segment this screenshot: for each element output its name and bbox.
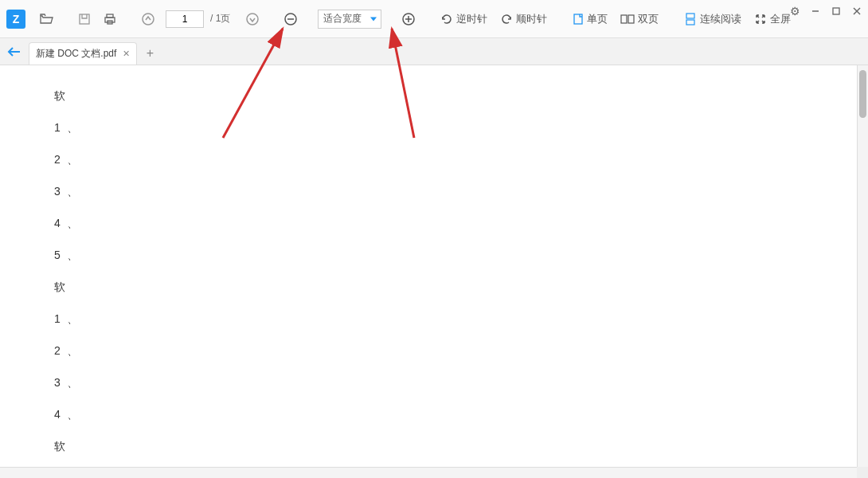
doc-line: 软 (54, 280, 803, 295)
svg-rect-16 (621, 15, 627, 23)
scrollbar-vertical[interactable] (857, 65, 868, 467)
back-button[interactable] (5, 42, 24, 61)
tab-close-icon[interactable]: ✕ (123, 49, 130, 59)
svg-rect-19 (686, 20, 694, 25)
svg-rect-1 (833, 8, 839, 14)
main-toolbar: Z / 1页 适合宽度 逆时针 (0, 0, 868, 38)
tab-add-button[interactable]: + (140, 44, 159, 63)
tab-label: 新建 DOC 文档.pdf (36, 47, 116, 61)
doc-line: 1 、 (54, 121, 803, 135)
doc-line: 软 (54, 89, 803, 104)
minimize-button[interactable] (809, 5, 822, 18)
svg-rect-18 (686, 14, 694, 18)
content-area: 软 1 、 2 、 3 、 4 、 5 、 软 1 、 2 、 3 、 4 、 … (0, 65, 868, 478)
rotate-ccw-button[interactable]: 逆时针 (436, 8, 492, 30)
page-input[interactable] (166, 10, 204, 28)
zoom-out-button[interactable] (280, 8, 302, 30)
rotate-cw-label: 顺时针 (516, 12, 547, 26)
print-button[interactable] (99, 8, 121, 30)
settings-icon[interactable]: ⚙ (788, 5, 801, 18)
next-page-button[interactable] (241, 8, 264, 30)
close-button[interactable] (850, 5, 863, 18)
double-page-label: 双页 (638, 12, 659, 26)
single-page-label: 单页 (587, 12, 608, 26)
single-page-button[interactable]: 单页 (568, 8, 612, 30)
doc-line: 2 、 (54, 153, 803, 167)
app-logo: Z (6, 10, 25, 29)
svg-rect-17 (628, 15, 634, 23)
svg-point-9 (247, 14, 258, 25)
svg-rect-4 (80, 14, 89, 24)
svg-rect-15 (574, 14, 582, 24)
continuous-read-button[interactable]: 连续阅读 (679, 8, 746, 30)
doc-line: 3 、 (54, 376, 803, 390)
doc-line: 4 、 (54, 408, 803, 422)
doc-line: 2 、 (54, 344, 803, 358)
doc-line: 1 、 (54, 312, 803, 327)
svg-point-8 (143, 14, 154, 25)
rotate-ccw-label: 逆时针 (456, 12, 487, 26)
tab-bar: 新建 DOC 文档.pdf ✕ + (0, 38, 868, 65)
tab-active[interactable]: 新建 DOC 文档.pdf ✕ (29, 42, 137, 65)
document-page: 软 1 、 2 、 3 、 4 、 5 、 软 1 、 2 、 3 、 4 、 … (0, 65, 857, 467)
doc-line: 3 、 (54, 185, 803, 199)
rotate-cw-button[interactable]: 顺时针 (495, 8, 552, 30)
open-file-button[interactable] (35, 8, 57, 30)
prev-page-button[interactable] (137, 8, 159, 30)
zoom-in-button[interactable] (397, 8, 420, 30)
svg-rect-6 (105, 18, 115, 22)
double-page-button[interactable]: 双页 (616, 8, 663, 30)
scroll-thumb[interactable] (859, 70, 866, 118)
doc-line: 软 (54, 440, 803, 454)
scrollbar-horizontal[interactable] (0, 467, 857, 478)
doc-line: 5 、 (54, 249, 803, 263)
save-button[interactable] (73, 8, 96, 30)
zoom-select[interactable]: 适合宽度 (318, 10, 381, 29)
zoom-select-label: 适合宽度 (323, 12, 362, 25)
continuous-read-label: 连续阅读 (700, 12, 741, 26)
page-total: / 1页 (210, 12, 230, 25)
maximize-button[interactable] (830, 5, 843, 18)
doc-line: 4 、 (54, 217, 803, 231)
